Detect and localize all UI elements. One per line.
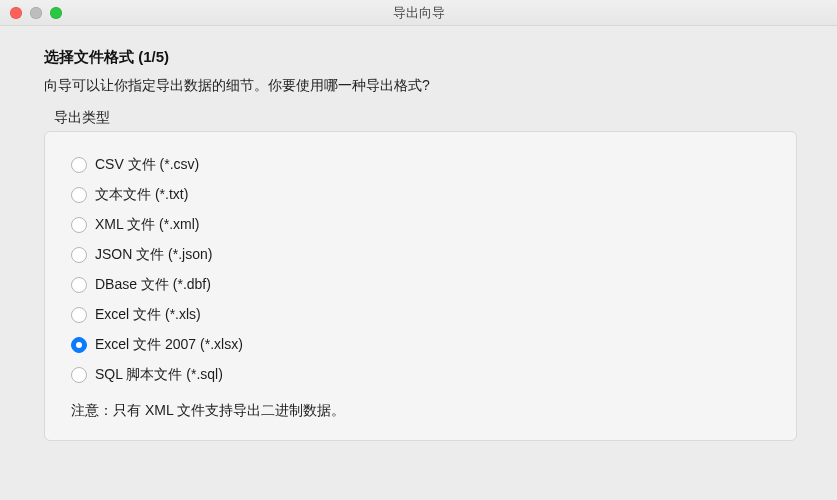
export-type-label: 文本文件 (*.txt) xyxy=(95,186,188,204)
page-subtitle: 向导可以让你指定导出数据的细节。你要使用哪一种导出格式? xyxy=(44,77,797,95)
export-type-option[interactable]: Excel 文件 2007 (*.xlsx) xyxy=(71,330,770,360)
window-controls xyxy=(0,7,62,19)
export-type-option[interactable]: XML 文件 (*.xml) xyxy=(71,210,770,240)
minimize-icon xyxy=(30,7,42,19)
export-type-option[interactable]: JSON 文件 (*.json) xyxy=(71,240,770,270)
export-type-radio[interactable] xyxy=(71,187,87,203)
window-title: 导出向导 xyxy=(0,4,837,22)
export-type-radio[interactable] xyxy=(71,277,87,293)
close-icon[interactable] xyxy=(10,7,22,19)
export-type-label: CSV 文件 (*.csv) xyxy=(95,156,199,174)
export-type-option[interactable]: DBase 文件 (*.dbf) xyxy=(71,270,770,300)
export-type-label: Excel 文件 2007 (*.xlsx) xyxy=(95,336,243,354)
zoom-icon[interactable] xyxy=(50,7,62,19)
export-type-option[interactable]: 文本文件 (*.txt) xyxy=(71,180,770,210)
export-type-option[interactable]: SQL 脚本文件 (*.sql) xyxy=(71,360,770,390)
export-type-radio[interactable] xyxy=(71,307,87,323)
export-type-label: SQL 脚本文件 (*.sql) xyxy=(95,366,223,384)
export-type-radio[interactable] xyxy=(71,247,87,263)
wizard-page: 选择文件格式 (1/5) 向导可以让你指定导出数据的细节。你要使用哪一种导出格式… xyxy=(0,26,837,451)
export-type-radio-group: CSV 文件 (*.csv)文本文件 (*.txt)XML 文件 (*.xml)… xyxy=(71,150,770,390)
group-label-export-type: 导出类型 xyxy=(54,109,797,127)
export-type-option[interactable]: CSV 文件 (*.csv) xyxy=(71,150,770,180)
export-type-label: Excel 文件 (*.xls) xyxy=(95,306,201,324)
export-type-label: DBase 文件 (*.dbf) xyxy=(95,276,211,294)
export-type-radio[interactable] xyxy=(71,157,87,173)
page-title: 选择文件格式 (1/5) xyxy=(44,48,797,67)
export-type-label: XML 文件 (*.xml) xyxy=(95,216,199,234)
export-type-radio[interactable] xyxy=(71,367,87,383)
titlebar: 导出向导 xyxy=(0,0,837,26)
export-note: 注意：只有 XML 文件支持导出二进制数据。 xyxy=(71,402,770,420)
export-type-label: JSON 文件 (*.json) xyxy=(95,246,212,264)
export-type-option[interactable]: Excel 文件 (*.xls) xyxy=(71,300,770,330)
export-type-panel: CSV 文件 (*.csv)文本文件 (*.txt)XML 文件 (*.xml)… xyxy=(44,131,797,441)
export-type-radio[interactable] xyxy=(71,337,87,353)
export-type-radio[interactable] xyxy=(71,217,87,233)
